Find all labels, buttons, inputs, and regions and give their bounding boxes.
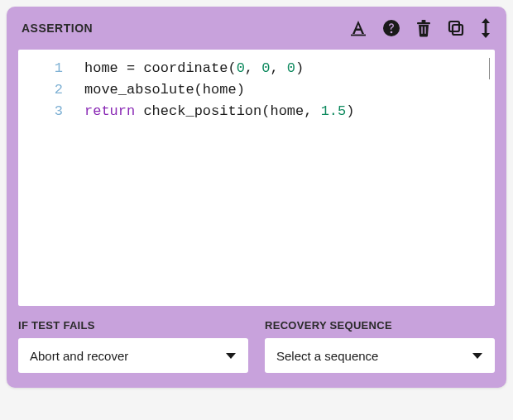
line-number: 1: [18, 58, 63, 79]
svg-rect-5: [421, 26, 422, 34]
recovery-sequence-select[interactable]: Select a sequence: [265, 338, 495, 373]
drag-icon[interactable]: [480, 18, 491, 38]
assertion-block: ASSERTION: [7, 7, 506, 388]
if-test-fails-control: IF TEST FAILS Abort and recover: [18, 319, 248, 373]
code-line: home = coordinate(0, 0, 0): [84, 58, 495, 79]
block-body: 123 home = coordinate(0, 0, 0)move_absol…: [7, 46, 506, 388]
svg-rect-4: [422, 20, 426, 22]
svg-rect-6: [424, 26, 425, 34]
block-actions: [349, 18, 491, 38]
line-gutter: 123: [18, 50, 71, 306]
code-line: move_absolute(home): [84, 79, 495, 101]
if-test-fails-label: IF TEST FAILS: [18, 319, 248, 332]
block-title: ASSERTION: [22, 21, 93, 35]
recovery-sequence-label: RECOVERY SEQUENCE: [265, 319, 495, 332]
font-icon[interactable]: [349, 20, 367, 36]
svg-rect-8: [453, 25, 463, 35]
svg-rect-3: [417, 22, 430, 24]
svg-rect-7: [449, 21, 459, 31]
line-number: 2: [18, 79, 63, 101]
svg-rect-0: [351, 35, 366, 36]
if-test-fails-select[interactable]: Abort and recover: [18, 338, 248, 373]
if-test-fails-value: Abort and recover: [30, 349, 128, 363]
svg-rect-9: [485, 22, 487, 34]
block-header: ASSERTION: [7, 7, 506, 46]
code-line: return check_position(home, 1.5): [84, 101, 495, 122]
controls-row: IF TEST FAILS Abort and recover RECOVERY…: [18, 319, 495, 373]
recovery-sequence-control: RECOVERY SEQUENCE Select a sequence: [265, 319, 495, 373]
text-cursor: [489, 58, 490, 79]
chevron-down-icon: [225, 349, 237, 363]
code-editor[interactable]: 123 home = coordinate(0, 0, 0)move_absol…: [18, 50, 495, 306]
code-area[interactable]: home = coordinate(0, 0, 0)move_absolute(…: [71, 50, 495, 306]
recovery-sequence-value: Select a sequence: [276, 349, 378, 363]
line-number: 3: [18, 101, 63, 122]
chevron-down-icon: [472, 349, 483, 363]
help-icon[interactable]: [382, 19, 400, 37]
trash-icon[interactable]: [415, 19, 432, 37]
copy-icon[interactable]: [447, 19, 465, 37]
svg-point-2: [391, 31, 393, 34]
